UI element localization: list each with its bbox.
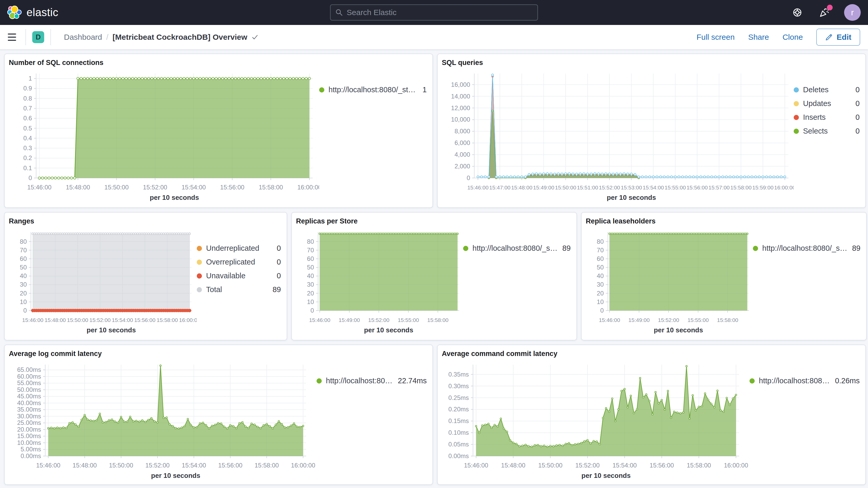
svg-text:15:48:00: 15:48:00 <box>45 317 66 323</box>
legend-series-value: 1 <box>423 86 427 94</box>
svg-text:15:55:00: 15:55:00 <box>398 317 419 323</box>
panel-title[interactable]: Average log commit latency <box>9 350 428 358</box>
chart-legend: http://localhost:8080/_stat...1 <box>319 69 428 204</box>
avatar-initial: r <box>851 8 854 18</box>
svg-text:15:48:00: 15:48:00 <box>72 462 97 469</box>
replicas-per-store-chart[interactable]: 0102030405060708015:46:0015:49:0015:52:0… <box>296 227 463 336</box>
sql-queries-chart[interactable]: 02,0004,0006,0008,00010,00012,00014,0001… <box>442 69 794 204</box>
panel-log-commit-latency: Average log commit latency 0.00ms5.00ms1… <box>4 344 433 485</box>
command-commit-latency-chart[interactable]: 0.00ms0.05ms0.10ms0.15ms0.20ms0.25ms0.30… <box>442 360 749 482</box>
panel-title[interactable]: Replica leaseholders <box>586 217 862 225</box>
newsfeed-button[interactable] <box>817 5 832 20</box>
legend-item[interactable]: Selects0 <box>794 127 860 135</box>
svg-text:16,000: 16,000 <box>451 81 470 88</box>
svg-text:5.00ms: 5.00ms <box>21 446 41 453</box>
legend-series-label: Inserts <box>803 113 826 122</box>
svg-text:per 10 seconds: per 10 seconds <box>151 471 200 480</box>
replica-leaseholders-chart[interactable]: 0102030405060708015:46:0015:49:0015:52:0… <box>586 227 753 336</box>
search-input[interactable] <box>347 8 533 17</box>
panel-title[interactable]: Ranges <box>9 217 282 225</box>
legend-item[interactable]: Total89 <box>197 285 281 294</box>
svg-text:15:55:00: 15:55:00 <box>687 317 709 323</box>
svg-text:0: 0 <box>29 174 32 181</box>
svg-text:50: 50 <box>307 264 314 271</box>
panel-replica-leaseholders: Replica leaseholders 0102030405060708015… <box>581 212 867 340</box>
legend-series-label: http://localhost:8080... <box>759 376 831 385</box>
svg-text:15:46:00: 15:46:00 <box>599 317 620 323</box>
sql-connections-chart[interactable]: 00.10.20.30.40.50.60.70.80.9115:46:0015:… <box>9 69 319 204</box>
panel-title[interactable]: Average command commit latency <box>442 350 861 358</box>
svg-text:0.6: 0.6 <box>23 115 32 122</box>
search-icon <box>335 8 343 17</box>
svg-text:0.7: 0.7 <box>23 105 32 112</box>
svg-text:6,000: 6,000 <box>455 139 470 146</box>
legend-item[interactable]: Underreplicated0 <box>197 244 281 252</box>
svg-text:0: 0 <box>311 307 314 314</box>
svg-text:0.2: 0.2 <box>23 154 32 161</box>
chart-legend: http://localhost:808...22.74ms <box>316 360 428 482</box>
svg-text:15:54:00: 15:54:00 <box>182 184 206 191</box>
legend-item[interactable]: Updates0 <box>794 99 860 108</box>
share-button[interactable]: Share <box>748 33 769 41</box>
full-screen-button[interactable]: Full screen <box>696 33 735 41</box>
check-icon[interactable] <box>252 34 258 40</box>
space-badge[interactable]: D <box>32 31 44 43</box>
legend-series-value: 22.74ms <box>398 376 427 385</box>
global-search[interactable] <box>330 4 538 21</box>
legend-series-label: http://localhost:8080/_sta... <box>762 244 848 252</box>
legend-item[interactable]: Unavailable0 <box>197 272 281 280</box>
elastic-logo-icon <box>7 5 22 20</box>
edit-button[interactable]: Edit <box>816 29 860 46</box>
svg-text:80: 80 <box>597 238 604 245</box>
elastic-logo[interactable]: elastic <box>7 5 59 20</box>
svg-text:15:48:00: 15:48:00 <box>66 184 90 191</box>
legend-item[interactable]: http://localhost:8080/_sta...89 <box>753 244 861 252</box>
menu-button[interactable] <box>8 33 19 41</box>
svg-text:1: 1 <box>29 75 32 82</box>
legend-series-label: Updates <box>803 99 831 108</box>
svg-text:0.5: 0.5 <box>23 125 32 132</box>
svg-text:15:50:00: 15:50:00 <box>555 184 577 190</box>
svg-text:0.9: 0.9 <box>23 85 32 92</box>
legend-item[interactable]: Deletes0 <box>794 86 860 94</box>
breadcrumb-dashboard[interactable]: Dashboard <box>64 33 102 41</box>
legend-item[interactable]: Overreplicated0 <box>197 258 281 266</box>
svg-text:15:52:00: 15:52:00 <box>599 184 620 190</box>
legend-item[interactable]: http://localhost:808...22.74ms <box>316 376 427 385</box>
breadcrumb-separator: / <box>106 33 108 41</box>
svg-text:30: 30 <box>307 281 314 288</box>
user-avatar[interactable]: r <box>844 4 861 21</box>
svg-text:0.30ms: 0.30ms <box>448 383 469 390</box>
clone-button[interactable]: Clone <box>782 33 803 41</box>
svg-text:15:50:00: 15:50:00 <box>104 184 129 191</box>
svg-text:80: 80 <box>307 238 314 245</box>
svg-text:0.8: 0.8 <box>23 95 32 102</box>
svg-text:0: 0 <box>600 307 604 314</box>
svg-text:15:58:00: 15:58:00 <box>717 317 738 323</box>
log-commit-latency-chart[interactable]: 0.00ms5.00ms10.00ms15.00ms20.00ms25.00ms… <box>9 360 316 482</box>
svg-text:60: 60 <box>307 255 314 262</box>
svg-text:15:50:00: 15:50:00 <box>67 317 88 323</box>
panel-title[interactable]: Number of SQL connections <box>9 59 428 67</box>
logo-wordmark: elastic <box>27 6 59 19</box>
legend-item[interactable]: http://localhost:8080...0.26ms <box>749 376 860 385</box>
help-button[interactable] <box>790 5 805 20</box>
legend-item[interactable]: http://localhost:8080/_sta...89 <box>463 244 571 252</box>
legend-item[interactable]: Inserts0 <box>794 113 860 122</box>
svg-text:20.00ms: 20.00ms <box>17 426 41 433</box>
panel-sql-queries: SQL queries 02,0004,0006,0008,00010,0001… <box>437 54 866 208</box>
legend-series-label: Deletes <box>803 86 829 94</box>
ranges-chart[interactable]: 0102030405060708015:46:0015:48:0015:50:0… <box>9 227 197 336</box>
panel-title[interactable]: SQL queries <box>442 59 861 67</box>
panel-title[interactable]: Replicas per Store <box>296 217 572 225</box>
svg-text:16:00:00: 16:00:00 <box>774 184 794 190</box>
svg-text:14,000: 14,000 <box>451 93 470 100</box>
legend-series-value: 0 <box>856 99 860 108</box>
svg-text:15:56:00: 15:56:00 <box>687 184 708 190</box>
legend-item[interactable]: http://localhost:8080/_stat...1 <box>319 86 427 94</box>
svg-text:0.05ms: 0.05ms <box>448 441 469 448</box>
breadcrumb: Dashboard / [Metricbeat CockroachDB] Ove… <box>64 33 258 41</box>
svg-text:20: 20 <box>597 290 604 297</box>
svg-text:16:00:00: 16:00:00 <box>291 462 315 469</box>
svg-text:16:00:00: 16:00:00 <box>724 462 748 469</box>
